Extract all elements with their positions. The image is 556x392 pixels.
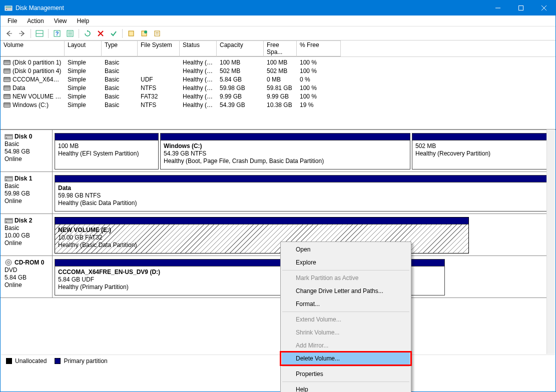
disk-row: Disk 0 Basic 54.98 GB Online 100 MB Heal… [1,130,546,172]
toolbar-separator [31,29,31,38]
disk-size: 54.98 GB [5,148,48,156]
context-menu: OpenExploreMark Partition as ActiveChang… [280,242,411,392]
disk-size: 10.00 GB [5,232,48,240]
volume-pctfree: 100 % [297,59,341,66]
partition-health: Healthy (EFI System Partition) [58,150,155,158]
forward-button[interactable] [17,28,28,39]
volume-layout: Simple [65,68,102,74]
legend: Unallocated Primary partition [1,354,555,367]
partition[interactable]: Windows (C:) 54.39 GB NTFS Healthy (Boot… [160,133,410,170]
context-menu-item[interactable]: Delete Volume... [282,352,410,365]
context-menu-item[interactable]: Open [282,243,410,256]
partition-color-bar [161,134,410,140]
partition-size: 10.00 GB FAT32 [58,234,465,242]
context-menu-item: Mark Partition as Active [282,272,410,284]
partition[interactable]: Data 59.98 GB NTFS Healthy (Basic Data P… [55,175,549,212]
volume-row[interactable]: NEW VOLUME (E:) Simple Basic FAT32 Healt… [1,92,555,100]
volume-free: 502 MB [264,68,297,74]
context-menu-separator [282,382,409,382]
volume-row[interactable]: Windows (C:) Simple Basic NTFS Healthy (… [1,100,555,109]
disk-info[interactable]: Disk 1 Basic 59.98 GB Online [1,172,53,214]
volume-name: Windows (C:) [13,102,49,108]
svg-text:?: ? [56,30,59,36]
partition-size: 54.39 GB NTFS [164,150,407,158]
disk-graphical-pane: Disk 0 Basic 54.98 GB Online 100 MB Heal… [1,130,555,368]
volume-icon [4,86,11,90]
settings-icon[interactable] [139,28,150,39]
volume-status: Healthy (B... [180,93,217,100]
disk-kind: DVD [5,266,48,274]
maximize-button[interactable] [509,0,532,16]
volume-name: (Disk 0 partition 1) [13,59,61,66]
partition[interactable]: 502 MB Healthy (Recovery Partition) [412,133,549,170]
svg-rect-32 [6,219,12,220]
context-menu-item[interactable]: Explore [282,256,410,269]
partition-color-bar [412,134,548,140]
volume-capacity: 9.99 GB [217,93,264,100]
toolbar-separator [122,29,123,38]
partition[interactable]: 100 MB Healthy (EFI System Partition) [55,133,159,170]
toolbar-separator [48,29,49,38]
volume-type: Basic [102,59,138,66]
list-button[interactable] [65,28,76,39]
disk-info[interactable]: CD-ROM 0 DVD 5.84 GB Online [1,256,53,298]
view-split-button[interactable] [34,28,45,39]
menu-file[interactable]: File [3,16,22,26]
svg-point-33 [6,222,7,222]
volume-row[interactable]: (Disk 0 partition 1) Simple Basic Health… [1,58,555,66]
legend-unallocated-swatch [6,358,12,364]
volume-capacity: 5.84 GB [217,76,264,83]
check-icon[interactable] [108,28,119,39]
delete-icon[interactable] [95,28,106,39]
volume-capacity: 100 MB [217,59,264,66]
partition-body: Data 59.98 GB NTFS Healthy (Basic Data P… [55,182,548,211]
volume-row[interactable]: CCCOMA_X64FRE... Simple Basic UDF Health… [1,75,555,84]
disk-info[interactable]: Disk 0 Basic 54.98 GB Online [1,130,53,172]
volume-pctfree: 19 % [297,102,341,108]
context-menu-item[interactable]: Properties [282,368,410,380]
disk-info[interactable]: Disk 2 Basic 10.00 GB Online [1,214,53,256]
context-menu-item[interactable]: Format... [282,298,410,310]
volume-capacity: 54.39 GB [217,102,264,108]
partition-strip: 100 MB Healthy (EFI System Partition) Wi… [53,130,551,172]
column-filesystem[interactable]: File System [138,40,180,56]
menu-help[interactable]: Help [72,16,95,26]
properties-icon[interactable] [152,28,163,39]
column-type[interactable]: Type [102,40,138,56]
volume-capacity: 502 MB [217,68,264,74]
column-pctfree[interactable]: % Free [297,40,341,56]
partition-health: Healthy (Recovery Partition) [415,150,545,158]
vertical-scrollbar[interactable] [546,130,555,354]
column-free[interactable]: Free Spa... [264,40,297,56]
refresh-button[interactable] [82,28,93,39]
column-capacity[interactable]: Capacity [217,40,264,56]
disk-row: Disk 1 Basic 59.98 GB Online Data 59.98 … [1,172,546,214]
volume-layout: Simple [65,93,102,100]
partition-health: Healthy (Boot, Page File, Crash Dump, Ba… [164,158,407,165]
close-button[interactable] [532,0,555,16]
context-menu-item[interactable]: Change Drive Letter and Paths... [282,284,410,298]
column-status[interactable]: Status [180,40,217,56]
minimize-button[interactable] [486,0,509,16]
column-volume[interactable]: Volume [1,40,65,56]
window-controls [486,0,555,16]
context-menu-item[interactable]: Help [282,383,410,392]
volume-fs: UDF [138,76,180,83]
volume-status: Healthy (R... [180,68,217,74]
back-button[interactable] [4,28,15,39]
volume-free: 59.81 GB [264,84,297,92]
volume-row[interactable]: Data Simple Basic NTFS Healthy (B... 59.… [1,84,555,92]
partition-title: Data [58,184,545,192]
help-button[interactable]: ? [52,28,63,39]
svg-rect-1 [6,6,12,8]
volume-type: Basic [102,93,138,100]
menu-view[interactable]: View [49,16,72,26]
volume-status: Healthy (E... [180,59,217,66]
new-volume-icon[interactable] [126,28,137,39]
column-layout[interactable]: Layout [65,40,102,56]
volume-row[interactable]: (Disk 0 partition 4) Simple Basic Health… [1,66,555,75]
volume-free: 100 MB [264,59,297,66]
disk-kind: Basic [5,224,48,232]
volume-capacity: 59.98 GB [217,84,264,92]
menu-action[interactable]: Action [22,16,49,26]
